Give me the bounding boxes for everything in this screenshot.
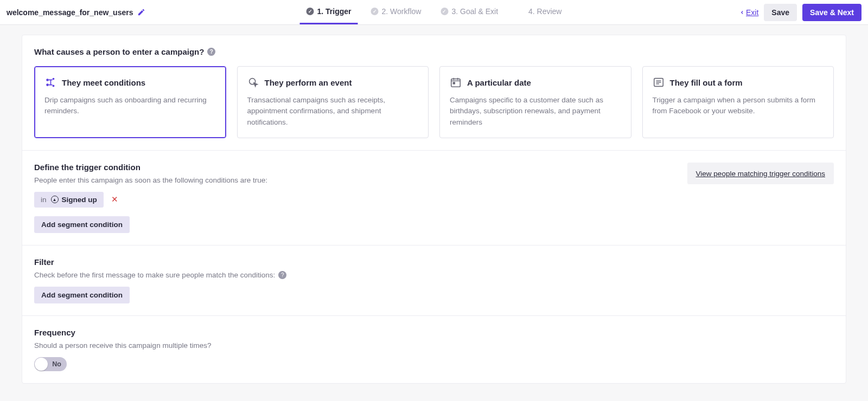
frequency-heading: Frequency <box>34 328 834 337</box>
card-header: A particular date <box>450 76 621 88</box>
chevron-left-icon <box>739 10 745 15</box>
section-question: What causes a person to enter a campaign… <box>34 47 834 56</box>
conditions-icon <box>44 76 56 88</box>
card-desc: Drip campaigns such as onboarding and re… <box>44 95 216 117</box>
card-title: They fill out a form <box>670 78 743 87</box>
filter-heading: Filter <box>34 257 834 267</box>
save-next-button[interactable]: Save & Next <box>802 4 861 21</box>
svg-point-3 <box>53 85 55 87</box>
card-conditions[interactable]: They meet conditions Drip campaigns such… <box>34 66 226 138</box>
cursor-click-icon <box>247 76 259 88</box>
form-icon <box>653 76 665 88</box>
step-label: 2. Workflow <box>382 7 422 16</box>
question-text: What causes a person to enter a campaign… <box>34 47 204 56</box>
svg-point-1 <box>46 83 49 86</box>
step-goal-exit[interactable]: 3. Goal & Exit <box>434 0 505 24</box>
step-workflow[interactable]: 2. Workflow <box>365 0 428 24</box>
remove-condition-icon[interactable]: ✕ <box>109 193 120 205</box>
frequency-toggle[interactable]: No <box>34 357 67 371</box>
campaign-title-group: welcome_message_for_new_users <box>7 8 145 17</box>
add-segment-condition-button[interactable]: Add segment condition <box>34 216 130 233</box>
define-left: Define the trigger condition People ente… <box>34 163 267 233</box>
card-date[interactable]: A particular date Campaigns specific to … <box>439 66 631 138</box>
view-matching-link[interactable]: View people matching trigger conditions <box>696 170 825 178</box>
card-header: They meet conditions <box>44 76 216 88</box>
card-desc: Transactional campaigns such as receipts… <box>247 95 419 128</box>
check-icon <box>307 8 314 15</box>
save-button[interactable]: Save <box>764 4 797 21</box>
top-bar: welcome_message_for_new_users 1. Trigger… <box>0 0 868 25</box>
pencil-icon[interactable] <box>137 8 145 16</box>
card-title: They perform an event <box>265 78 352 87</box>
card-event[interactable]: They perform an event Transactional camp… <box>237 66 429 138</box>
add-filter-condition-button[interactable]: Add segment condition <box>34 287 130 303</box>
exit-link[interactable]: Exit <box>739 8 758 17</box>
card-header: They perform an event <box>247 76 419 88</box>
svg-rect-6 <box>453 82 455 84</box>
step-trigger[interactable]: 1. Trigger <box>300 0 358 24</box>
check-icon <box>371 8 379 15</box>
calendar-icon <box>450 76 462 88</box>
svg-point-0 <box>46 79 49 81</box>
step-label: 4. Review <box>528 7 561 16</box>
toggle-knob <box>35 358 48 371</box>
filter-desc: Check before the first message to make s… <box>34 271 834 279</box>
card-desc: Campaigns specific to a customer date su… <box>450 95 621 128</box>
check-icon <box>441 8 448 15</box>
progress-steps: 1. Trigger 2. Workflow 3. Goal & Exit 4.… <box>300 0 569 24</box>
svg-point-2 <box>53 78 55 80</box>
trigger-cards: They meet conditions Drip campaigns such… <box>34 66 834 138</box>
help-icon[interactable]: ? <box>207 48 215 56</box>
trigger-type-section: What causes a person to enter a campaign… <box>22 35 846 151</box>
define-condition-section: Define the trigger condition People ente… <box>22 151 846 245</box>
svg-rect-5 <box>451 79 461 87</box>
campaign-title: welcome_message_for_new_users <box>7 8 133 17</box>
card-header: They fill out a form <box>653 76 824 88</box>
frequency-section: Frequency Should a person receive this c… <box>22 316 846 383</box>
segment-icon: ▲ <box>51 196 59 203</box>
segment-chip[interactable]: in ▲ Signed up <box>34 192 104 208</box>
view-match-box: View people matching trigger conditions <box>687 163 834 184</box>
card-form[interactable]: They fill out a form Trigger a campaign … <box>642 66 834 138</box>
exit-label: Exit <box>746 8 758 17</box>
step-label: 3. Goal & Exit <box>451 7 498 16</box>
frequency-desc: Should a person receive this campaign mu… <box>34 341 834 350</box>
toggle-label: No <box>52 360 61 368</box>
card-desc: Trigger a campaign when a person submits… <box>653 95 824 117</box>
top-actions: Exit Save Save & Next <box>739 4 861 21</box>
step-label: 1. Trigger <box>317 7 352 16</box>
card-title: A particular date <box>467 78 531 87</box>
define-desc: People enter this campaign as soon as th… <box>34 176 267 184</box>
filter-section: Filter Check before the first message to… <box>22 245 846 316</box>
help-icon[interactable]: ? <box>278 271 286 279</box>
filter-desc-text: Check before the first message to make s… <box>34 271 275 279</box>
chip-prefix: in <box>41 196 47 204</box>
card-title: They meet conditions <box>62 78 145 87</box>
segment-name: Signed up <box>62 196 97 204</box>
step-review[interactable]: 4. Review <box>511 0 568 24</box>
condition-chip-row: in ▲ Signed up ✕ <box>34 192 267 208</box>
define-heading: Define the trigger condition <box>34 163 267 172</box>
main-panel: What causes a person to enter a campaign… <box>22 35 846 384</box>
